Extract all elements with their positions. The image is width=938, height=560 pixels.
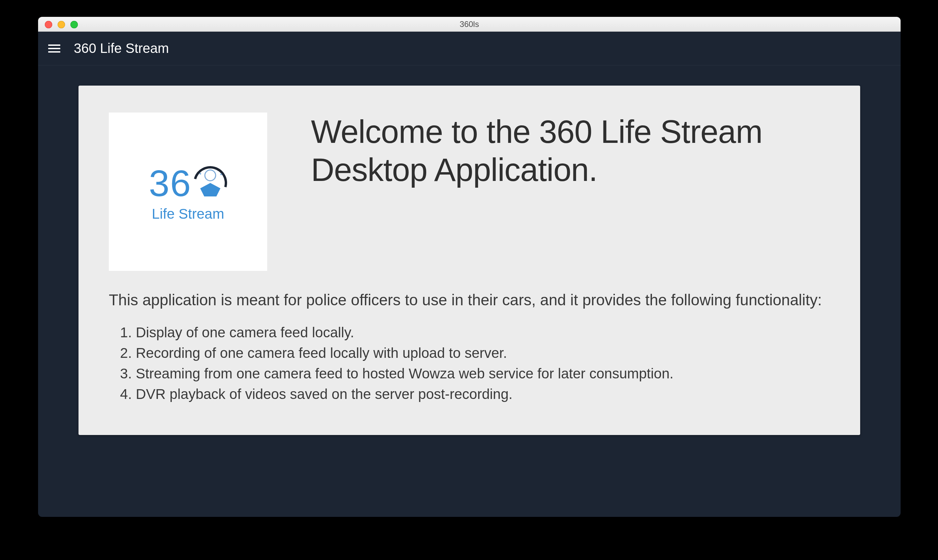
window-controls	[45, 21, 78, 28]
list-item: Recording of one camera feed locally wit…	[136, 343, 830, 363]
intro-text: This application is meant for police off…	[109, 289, 830, 310]
close-window-button[interactable]	[45, 21, 52, 28]
window-title: 360ls	[38, 20, 901, 29]
maximize-window-button[interactable]	[71, 21, 78, 28]
feature-list: Display of one camera feed locally. Reco…	[109, 323, 830, 405]
logo: 36 Life Stream	[109, 112, 267, 271]
hamburger-menu-icon[interactable]	[48, 45, 60, 52]
logo-subtext: Life Stream	[152, 206, 225, 222]
list-item: Streaming from one camera feed to hosted…	[136, 363, 830, 384]
app-header: 360 Life Stream	[38, 32, 901, 65]
page-heading: Welcome to the 360 Life Stream Desktop A…	[311, 112, 830, 189]
welcome-card: 36 Life Stream Welcome to the 360 Life S…	[78, 86, 860, 435]
list-item: Display of one camera feed locally.	[136, 323, 830, 343]
content-area: 36 Life Stream Welcome to the 360 Life S…	[38, 65, 901, 455]
app-window: 360ls 360 Life Stream 36	[38, 17, 901, 517]
list-item: DVR playback of videos saved on the serv…	[136, 384, 830, 405]
app-title: 360 Life Stream	[74, 41, 169, 56]
logo-numeric: 36	[149, 162, 191, 205]
minimize-window-button[interactable]	[58, 21, 65, 28]
logo-globe-icon	[194, 166, 227, 200]
titlebar[interactable]: 360ls	[38, 17, 901, 32]
